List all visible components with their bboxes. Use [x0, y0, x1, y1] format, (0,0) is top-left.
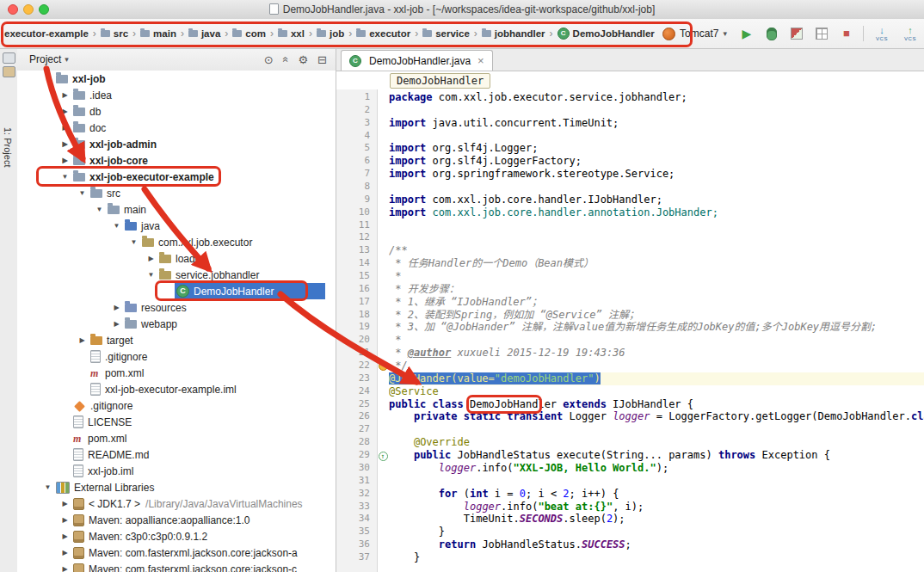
coverage-button[interactable] — [788, 25, 805, 42]
chevron-collapsed-icon[interactable]: ▶ — [59, 549, 71, 557]
tree-item-.gitignore[interactable]: .gitignore — [17, 397, 336, 414]
tree-item-com.xxl.job.executor[interactable]: ▼com.xxl.job.executor — [17, 234, 336, 250]
tree-item-db[interactable]: ▶db — [17, 103, 336, 120]
code-line-24[interactable]: 24@Service — [336, 385, 924, 398]
code-line-22[interactable]: 22 */ — [336, 360, 924, 372]
run-button[interactable]: ▶ — [738, 25, 755, 42]
breadcrumb-item-DemoJobHandler[interactable]: CDemoJobHandler — [555, 26, 657, 41]
tree-item-main[interactable]: ▼main — [17, 201, 336, 218]
chevron-collapsed-icon[interactable]: ▶ — [59, 91, 71, 99]
chevron-expanded-icon[interactable]: ▼ — [93, 206, 106, 213]
code-line-1[interactable]: 1package com.xxl.job.executor.service.jo… — [336, 91, 924, 104]
chevron-collapsed-icon[interactable]: ▶ — [76, 336, 89, 344]
tree-item-xxl-job-executor-example.iml[interactable]: xxl-job-executor-example.iml — [17, 381, 336, 397]
tree-item-doc[interactable]: ▶doc — [17, 120, 336, 136]
breadcrumb-item-job[interactable]: job — [314, 27, 347, 40]
code-line-25[interactable]: 25public class DemoJobHandler extends IJ… — [336, 398, 924, 411]
code-line-36[interactable]: 36 return JobHandleStatus.SUCCESS; — [336, 538, 924, 551]
vcs-commit-button[interactable]: ↑ VCS — [900, 26, 921, 41]
code-line-2[interactable]: 2 — [336, 104, 924, 117]
code-line-7[interactable]: 7import org.springframework.stereotype.S… — [336, 168, 924, 181]
code-line-21[interactable]: 21 * @author xuxueli 2015-12-19 19:43:36 — [336, 347, 924, 360]
code-line-23[interactable]: 23@JobHander(value="demoJobHandler") — [336, 372, 924, 385]
chevron-collapsed-icon[interactable]: ▶ — [59, 500, 71, 507]
code-line-13[interactable]: 13/** — [336, 244, 924, 257]
breadcrumb-item-com[interactable]: com — [230, 27, 268, 40]
chevron-expanded-icon[interactable]: ▼ — [41, 75, 54, 83]
tree-item-Maven: c3p0:c3p0:0.9.1.2[interactable]: ▶Maven: c3p0:c3p0:0.9.1.2 — [17, 528, 336, 544]
editor-breadcrumb-chip[interactable]: DemoJobHandler — [390, 73, 490, 89]
code-line-28[interactable]: 28 @Override — [336, 436, 924, 449]
tree-item-pom.xml[interactable]: mpom.xml — [17, 430, 336, 446]
code-line-20[interactable]: 20 * — [336, 334, 924, 347]
project-view-select[interactable]: Project ▾ — [29, 53, 69, 65]
tree-item-DemoJobHandler[interactable]: CDemoJobHandler — [17, 283, 336, 299]
gear-icon[interactable]: ⚙ — [298, 53, 308, 66]
locate-icon[interactable]: ⊙ — [264, 53, 274, 66]
chevron-collapsed-icon[interactable]: ▶ — [59, 532, 71, 540]
code-line-33[interactable]: 33 logger.info("beat at:{}", i); — [336, 501, 924, 514]
tree-item-resources[interactable]: ▶resources — [17, 299, 336, 316]
project-tool-icon[interactable] — [3, 66, 15, 77]
run-configuration-select[interactable]: Tomcat7 ▾ — [659, 26, 730, 42]
tree-item-xxl-job.iml[interactable]: xxl-job.iml — [17, 463, 336, 479]
breadcrumb-item-xxl[interactable]: xxl — [275, 27, 307, 40]
tree-item-README.md[interactable]: README.md — [17, 446, 336, 463]
chevron-expanded-icon[interactable]: ▼ — [59, 173, 71, 181]
breadcrumb-item-jobhandler[interactable]: jobhandler — [479, 27, 548, 40]
code-line-31[interactable]: 31 — [336, 475, 924, 488]
dashboard-button[interactable] — [813, 25, 830, 42]
chevron-collapsed-icon[interactable]: ▶ — [59, 124, 71, 132]
code-line-10[interactable]: 10import com.xxl.job.core.handler.annota… — [336, 206, 924, 219]
tree-item-xxl-job-executor-example[interactable]: ▼xxl-job-executor-example — [17, 169, 336, 185]
stop-button[interactable]: ■ — [838, 25, 855, 42]
code-line-11[interactable]: 11 — [336, 219, 924, 232]
chevron-collapsed-icon[interactable]: ▶ — [110, 304, 123, 311]
tree-item-.idea[interactable]: ▶.idea — [17, 87, 336, 103]
code-line-19[interactable]: 19 * 3、加 “@JobHander” 注解，注解value值为新增任务生成… — [336, 321, 924, 334]
tree-item-service.jobhandler[interactable]: ▼service.jobhandler — [17, 267, 336, 283]
code-line-4[interactable]: 4 — [336, 130, 924, 143]
chevron-expanded-icon[interactable]: ▼ — [76, 189, 89, 197]
code-line-17[interactable]: 17 * 1、继承 “IJobHandler”； — [336, 296, 924, 309]
breadcrumb-item-main[interactable]: main — [138, 27, 179, 40]
tree-item-webapp[interactable]: ▶webapp — [17, 316, 336, 332]
tree-item-Maven: com.fasterxml.jackson.core:jackson-c[interactable]: ▶Maven: com.fasterxml.jackson.core:jacks… — [17, 561, 336, 572]
tree-item-Maven: aopalliance:aopalliance:1.0[interactable]: ▶Maven: aopalliance:aopalliance:1.0 — [17, 512, 336, 528]
tab-close-icon[interactable]: × — [477, 54, 484, 67]
tree-item-External Libraries[interactable]: ▼External Libraries — [17, 479, 336, 495]
breadcrumb-item-src[interactable]: src — [98, 27, 131, 40]
vcs-update-button[interactable]: ↓ VCS — [872, 26, 892, 41]
tree-item-xxl-job[interactable]: ▼xxl-job — [17, 71, 336, 87]
code-line-9[interactable]: 9import com.xxl.job.core.handler.IJobHan… — [336, 194, 924, 206]
tree-item-pom.xml[interactable]: mpom.xml — [17, 365, 336, 381]
chevron-collapsed-icon[interactable]: ▶ — [59, 565, 71, 572]
tree-item-src[interactable]: ▼src — [17, 185, 336, 201]
code-line-15[interactable]: 15 * — [336, 270, 924, 283]
chevron-expanded-icon[interactable]: ▼ — [110, 222, 123, 230]
hide-panel-icon[interactable]: ⊟ — [317, 53, 327, 66]
tool-window-button-project[interactable]: 1: Project — [3, 127, 13, 167]
chevron-expanded-icon[interactable]: ▼ — [145, 271, 157, 279]
breadcrumb-item-java[interactable]: java — [186, 27, 223, 40]
editor-tab-DemoJobHandler[interactable]: C DemoJobHandler.java × — [341, 50, 493, 71]
tree-item-.gitignore[interactable]: .gitignore — [17, 348, 336, 365]
collapse-all-icon[interactable]: « — [280, 57, 292, 63]
code-line-14[interactable]: 14 * 任务Handler的一个Demo（Bean模式） — [336, 257, 924, 270]
tree-item-Maven: com.fasterxml.jackson.core:jackson-a[interactable]: ▶Maven: com.fasterxml.jackson.core:jacks… — [17, 544, 336, 561]
breadcrumb-item-executor-example[interactable]: executor-example — [2, 27, 91, 40]
breadcrumb-item-service[interactable]: service — [420, 27, 472, 40]
tree-item-xxl-job-admin[interactable]: ▶xxl-job-admin — [17, 136, 336, 152]
code-line-27[interactable]: 27 — [336, 423, 924, 436]
code-line-8[interactable]: 8 — [336, 181, 924, 194]
chevron-collapsed-icon[interactable]: ▶ — [110, 320, 123, 328]
chevron-expanded-icon[interactable]: ▼ — [127, 238, 140, 246]
chevron-expanded-icon[interactable]: ▼ — [41, 483, 54, 491]
tree-item-< JDK1.7 >[interactable]: ▶< JDK1.7 >/Library/Java/JavaVirtualMach… — [17, 495, 336, 512]
chevron-collapsed-icon[interactable]: ▶ — [59, 108, 71, 115]
code-line-6[interactable]: 6import org.slf4j.LoggerFactory; — [336, 155, 924, 168]
tool-window-icon[interactable] — [3, 52, 15, 64]
code-line-26[interactable]: 26 private static transient Logger logge… — [336, 410, 924, 423]
debug-button[interactable] — [763, 25, 780, 42]
code-line-30[interactable]: 30 logger.info("XXL-JOB, Hello World."); — [336, 462, 924, 475]
